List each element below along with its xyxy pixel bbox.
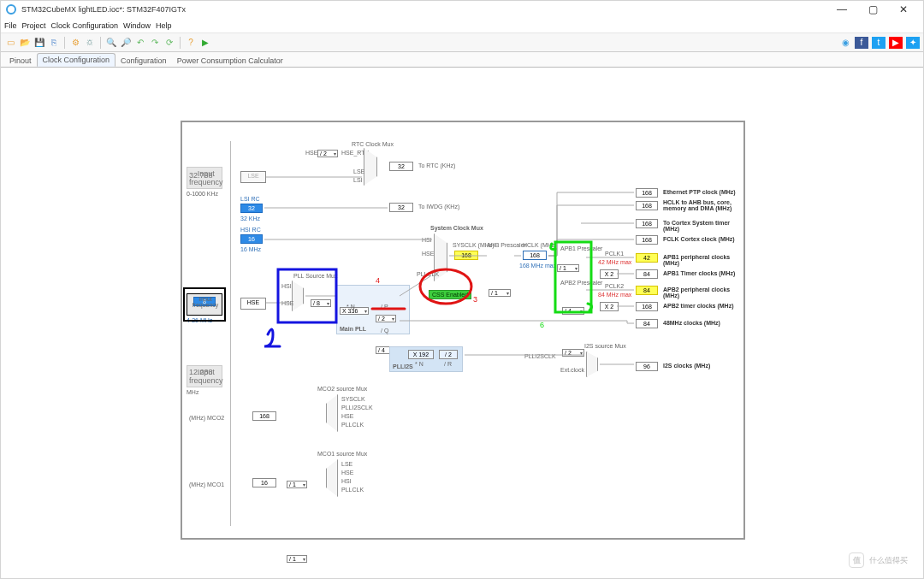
apb2-prescaler[interactable]: / 2: [562, 349, 584, 357]
i2s-input-freq: Input frequency12.288: [187, 365, 222, 387]
mco2-mux[interactable]: [326, 394, 338, 432]
open-icon[interactable]: 📂: [19, 37, 31, 49]
cortex-timer-div[interactable]: / 1: [557, 264, 579, 272]
mco1-mux[interactable]: [326, 459, 338, 497]
tab-pinout[interactable]: Pinout: [4, 55, 37, 67]
close-button[interactable]: ✕: [889, 1, 918, 18]
watermark-badge-icon: 值: [849, 552, 864, 568]
rtc-hse-div[interactable]: / 2: [317, 150, 338, 157]
svg-text:6: 6: [540, 321, 544, 329]
help-icon[interactable]: ?: [185, 37, 197, 49]
apb1-prescaler[interactable]: / 4: [562, 307, 584, 315]
apb1-timer-mult: X 2: [600, 269, 619, 279]
undo-icon[interactable]: ↶: [134, 37, 146, 49]
svg-text:3: 3: [473, 295, 477, 304]
mco1-value: 16: [252, 478, 276, 487]
generate-icon[interactable]: ⚙: [69, 37, 81, 49]
clock-diagram[interactable]: Input frequency32.768 0-1000 KHz Input f…: [181, 121, 745, 540]
mco2-value: 168: [252, 411, 276, 421]
mco1-div[interactable]: / 1: [287, 555, 307, 563]
fclk-clock: 168: [636, 235, 658, 245]
ahb-prescaler[interactable]: / 1: [489, 289, 511, 297]
facebook-icon[interactable]: f: [855, 37, 868, 49]
apb2-timer-clock: 168: [636, 302, 658, 311]
svg-text:4: 4: [376, 276, 380, 285]
zoom-out-icon[interactable]: 🔎: [120, 37, 132, 49]
ahb-bus-clock: 168: [636, 201, 658, 210]
apb2-periph-clock: 84: [636, 286, 658, 295]
rtc-output: 32: [389, 162, 413, 171]
mco2-div[interactable]: / 1: [287, 481, 307, 488]
build-icon[interactable]: ⛭: [84, 37, 96, 49]
menu-help[interactable]: Help: [156, 21, 172, 30]
title-bar: STM32CubeMX lightLED.ioc*: STM32F407IGTx…: [1, 1, 923, 18]
st-link-icon[interactable]: ◉: [839, 37, 851, 49]
save-as-icon[interactable]: ⎘: [48, 37, 60, 49]
i2s-source-mux[interactable]: [586, 352, 598, 377]
toolbar: ▭ 📂 💾 ⎘ ⚙ ⛭ 🔍 🔎 ↶ ↷ ⟳ ? ▶ ◉ f t ▶ ✦: [1, 33, 923, 52]
play-icon[interactable]: ▶: [199, 37, 211, 49]
lse-input-freq: Input frequency32.768: [187, 167, 222, 189]
youtube-icon[interactable]: ▶: [889, 37, 903, 49]
tab-bar: Pinout Clock Configuration Configuration…: [1, 52, 923, 68]
apb1-periph-clock: 42: [636, 253, 658, 263]
community-icon[interactable]: ✦: [906, 37, 920, 49]
minimize-button[interactable]: —: [827, 1, 856, 18]
apb2-timer-mult: X 2: [600, 302, 619, 311]
new-icon[interactable]: ▭: [4, 37, 16, 49]
menu-clock-config[interactable]: Clock Configuration: [51, 21, 119, 30]
cortex-timer-clock: 168: [636, 219, 658, 228]
menu-file[interactable]: File: [4, 21, 17, 30]
hse-osc: HSE: [240, 298, 266, 310]
tab-clock-config[interactable]: Clock Configuration: [37, 53, 116, 67]
twitter-icon[interactable]: t: [872, 37, 886, 49]
save-icon[interactable]: 💾: [33, 37, 45, 49]
redo-icon[interactable]: ↷: [149, 37, 161, 49]
hse-input-freq[interactable]: Input frequency 8: [187, 293, 222, 316]
pllm-div[interactable]: / 8: [311, 299, 331, 307]
hsi-value: 16: [240, 234, 263, 244]
maximize-button[interactable]: ▢: [858, 1, 887, 18]
menu-window[interactable]: Window: [123, 21, 151, 30]
apb1-timer-clock: 84: [636, 269, 658, 279]
tab-configuration[interactable]: Configuration: [116, 55, 172, 67]
menu-project[interactable]: Project: [22, 21, 46, 30]
hclk-value: 168: [523, 251, 547, 260]
i2s-clock: 96: [636, 362, 658, 371]
tab-power[interactable]: Power Consumption Calculator: [172, 55, 288, 67]
rtc-mux[interactable]: [364, 148, 377, 186]
sysclk-value: 168: [454, 251, 478, 260]
lse-osc: LSE: [240, 171, 266, 183]
menu-bar: File Project Clock Configuration Window …: [1, 18, 923, 33]
app-logo-icon: [6, 4, 16, 15]
window-title: STM32CubeMX lightLED.ioc*: STM32F407IGTx: [21, 5, 186, 14]
watermark: 值 什么值得买: [849, 552, 908, 568]
plli2s-r[interactable]: / 2: [439, 350, 458, 359]
ptp-clock: 168: [636, 188, 658, 198]
pllp-div[interactable]: / 2: [376, 315, 396, 322]
48mhz-clock: 84: [636, 319, 658, 328]
lsi-value: 32: [240, 204, 263, 213]
refresh-icon[interactable]: ⟳: [163, 37, 175, 49]
css-enabled[interactable]: CSS Enabled: [429, 290, 471, 299]
zoom-in-icon[interactable]: 🔍: [105, 37, 117, 49]
iwdg-output: 32: [389, 203, 413, 212]
plli2s-n[interactable]: X 192: [408, 350, 434, 359]
pll-source-mux[interactable]: [292, 281, 304, 311]
